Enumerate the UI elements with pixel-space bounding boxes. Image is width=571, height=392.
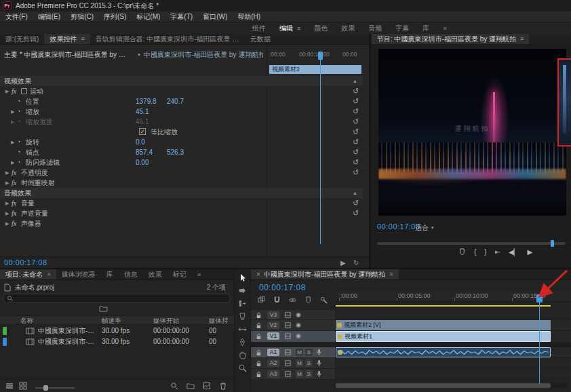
sync-lock-icon[interactable] xyxy=(285,312,291,318)
workspace-tab-titles[interactable]: 字幕 xyxy=(395,24,409,33)
find-icon[interactable] xyxy=(170,382,178,390)
timeline-timecode[interactable]: 00:00:17:08 xyxy=(259,283,306,292)
sequence-clip-selector[interactable]: ▼中國廣東深圳市-福田區夜景 by 運翔航拍 ... xyxy=(137,50,263,60)
bin-folder-icon[interactable] xyxy=(99,305,108,312)
track-lane-a2[interactable] xyxy=(336,358,571,369)
param-row-position[interactable]: ◔ 位置 1379.8 240.7 ↺ xyxy=(0,96,363,106)
timeline-ruler[interactable]: :00:00 00:00:05:00 00:00:10:00 00:00:15:… xyxy=(336,290,571,302)
param-row-rotation[interactable]: ▶ ◔ 旋转 0.0 ↺ xyxy=(0,137,363,147)
rotation-value[interactable]: 0.0 xyxy=(136,137,145,147)
track-name-badge[interactable]: A3 xyxy=(267,370,279,378)
expand-icon[interactable]: ▶ xyxy=(11,117,14,127)
menu-item-help[interactable]: 帮助(H) xyxy=(237,12,260,22)
play-audio-icon[interactable]: ▶ xyxy=(340,259,346,267)
tab-audio-clip-mixer[interactable]: 音轨剪辑混合器: 中國廣東深圳市-福田區夜景 by 運翔航拍 xyxy=(90,34,245,44)
tool-pen[interactable] xyxy=(238,338,247,347)
scale-value[interactable]: 45.1 xyxy=(136,106,149,117)
mini-timeline-clip[interactable]: 视频素材2 xyxy=(269,65,361,74)
section-audio-effects[interactable]: 音频效果 ▲ xyxy=(0,188,363,198)
tool-slip[interactable] xyxy=(238,325,247,334)
linked-selection-icon[interactable] xyxy=(289,296,296,304)
tab-metadata[interactable]: 元数据 xyxy=(245,34,276,44)
track-name-badge[interactable]: V2 xyxy=(267,321,279,329)
expand-icon[interactable]: ▶ xyxy=(5,86,9,96)
expand-icon[interactable]: ▶ xyxy=(5,218,9,229)
timeline-horizontal-scrollbar[interactable] xyxy=(336,383,567,388)
sync-lock-icon[interactable] xyxy=(285,349,291,355)
panel-menu-icon[interactable]: ≡ xyxy=(389,269,393,279)
panel-menu-icon[interactable]: ≡ xyxy=(47,269,51,279)
track-lane-v3[interactable] xyxy=(336,310,571,320)
panel-menu-icon[interactable]: ≡ xyxy=(520,34,524,44)
menu-item-window[interactable]: 窗口(W) xyxy=(203,12,227,22)
track-lane-v2[interactable]: 视频素材2 [V] xyxy=(336,320,571,331)
tool-hand[interactable] xyxy=(238,351,247,359)
fx-badge-icon[interactable]: fx xyxy=(12,208,16,218)
effect-row-volume[interactable]: ▶ fx 音量 ↺ xyxy=(0,198,363,208)
reset-icon[interactable]: ↺ xyxy=(353,96,359,106)
tab-markers[interactable]: 标记 xyxy=(168,269,192,279)
tab-effects[interactable]: 效果 xyxy=(143,269,168,279)
reset-icon[interactable]: ↺ xyxy=(353,117,359,127)
master-clip-label[interactable]: 主要 * 中國廣東深圳市-福田區夜景 by 運翔航拍 xyxy=(4,50,132,60)
new-item-icon[interactable] xyxy=(203,382,211,390)
expand-icon[interactable]: ▶ xyxy=(11,137,14,147)
voiceover-mic-icon[interactable] xyxy=(316,359,322,367)
reset-icon[interactable]: ↺ xyxy=(353,106,359,117)
project-item-row[interactable]: 中國廣東深圳市-福田區 30.00 fps 00:00:00:00 00 xyxy=(0,326,234,336)
expand-icon[interactable]: ▶ xyxy=(11,106,14,117)
close-icon[interactable]: × xyxy=(256,269,260,279)
workspace-tab-color[interactable]: 颜色 xyxy=(314,24,328,33)
lock-icon[interactable] xyxy=(256,333,262,340)
search-box[interactable] xyxy=(3,294,231,303)
position-x-value[interactable]: 1379.8 xyxy=(136,96,157,106)
column-media-duration[interactable]: 媒体持 xyxy=(209,316,229,326)
param-row-anti-flicker[interactable]: ▶ ◔ 防闪烁滤镜 0.00 ↺ xyxy=(0,157,363,168)
fx-badge-icon[interactable]: fx xyxy=(12,168,16,178)
reset-icon[interactable]: ↺ xyxy=(353,86,359,96)
menu-item-file[interactable]: 文件(F) xyxy=(5,12,28,22)
thumbnail-zoom-slider[interactable] xyxy=(35,387,75,389)
lock-icon[interactable] xyxy=(256,312,262,319)
menu-item-clip[interactable]: 剪辑(C) xyxy=(71,12,94,22)
nest-toggle-icon[interactable] xyxy=(258,296,265,304)
project-item-row[interactable]: 中國廣東深圳市-福田區 30.00 fps 00:00:00:00 00 xyxy=(0,336,234,347)
tool-track-select-forward[interactable] xyxy=(238,286,247,295)
reset-icon[interactable]: ↺ xyxy=(353,157,359,168)
go-to-in-button[interactable]: ⇤ xyxy=(495,248,500,256)
stopwatch-icon[interactable]: ◔ xyxy=(17,147,20,157)
tab-program-monitor[interactable]: 节目: 中國廣東深圳市-福田區夜景 by 運翔航拍≡ xyxy=(372,34,529,44)
effect-row-opacity[interactable]: ▶ fx 不透明度 ↺ xyxy=(0,168,363,178)
fx-badge-icon[interactable]: fx xyxy=(12,86,16,96)
effect-row-channel-volume[interactable]: ▶ fx 声道音量 ↺ xyxy=(0,208,363,218)
collapse-icon[interactable]: ▲ xyxy=(353,76,357,86)
sync-lock-icon[interactable] xyxy=(285,360,291,366)
toggle-track-output-icon[interactable]: ◉ xyxy=(296,332,301,340)
uniform-scale-checkbox[interactable]: ✓ xyxy=(139,128,146,135)
expand-icon[interactable]: ▶ xyxy=(5,178,9,188)
menu-item-titles[interactable]: 字幕(T) xyxy=(170,12,193,22)
clip-audio-1[interactable] xyxy=(336,347,551,357)
collapse-icon[interactable]: ▲ xyxy=(353,188,357,198)
track-header-v3[interactable]: V3 ◉ xyxy=(251,310,336,320)
track-lane-a3[interactable] xyxy=(336,369,571,380)
track-header-a2[interactable]: A2 M S xyxy=(251,358,336,369)
video-audio-divider[interactable] xyxy=(251,342,571,347)
anchor-x-value[interactable]: 857.4 xyxy=(136,147,153,157)
play-button[interactable]: ▶ xyxy=(527,248,532,256)
new-bin-icon[interactable] xyxy=(186,382,195,390)
section-video-effects[interactable]: 视频效果 ▲ xyxy=(0,76,363,86)
workspace-overflow-icon[interactable]: » xyxy=(443,24,447,32)
sync-lock-icon[interactable] xyxy=(285,322,291,328)
track-header-a1[interactable]: A1 M S xyxy=(251,347,336,358)
list-header-row[interactable]: 名称 帧速率 媒体开始 媒体持 xyxy=(0,315,234,325)
panel-menu-icon[interactable]: ≡ xyxy=(297,25,300,32)
param-row-anchor-point[interactable]: ◔ 锚点 857.4 526.3 ↺ xyxy=(0,147,363,157)
solo-button[interactable]: S xyxy=(305,359,313,367)
program-timecode[interactable]: 00:00:17:08 xyxy=(377,222,420,231)
workspace-tab-audio[interactable]: 音频 xyxy=(368,24,382,33)
menu-item-sequence[interactable]: 序列(S) xyxy=(104,12,126,22)
expand-icon[interactable]: ▶ xyxy=(5,168,9,178)
toggle-track-output-icon[interactable]: ◉ xyxy=(296,321,301,330)
add-marker-icon[interactable] xyxy=(304,296,312,304)
